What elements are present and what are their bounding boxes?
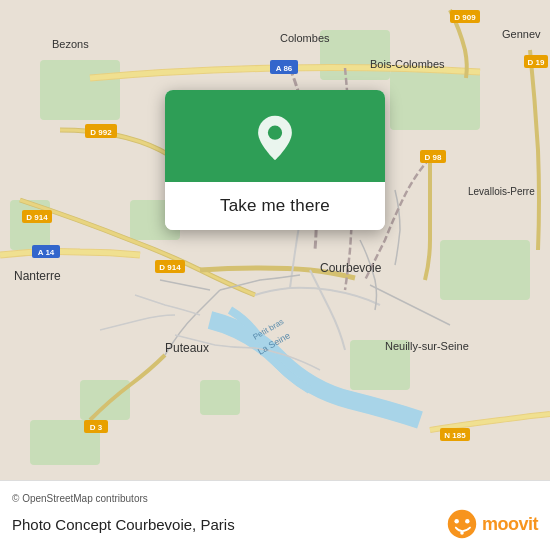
svg-text:Courbevoie: Courbevoie xyxy=(320,261,382,275)
popup-card: Take me there xyxy=(165,90,385,230)
svg-text:Neuilly-sur-Seine: Neuilly-sur-Seine xyxy=(385,340,469,352)
svg-text:A 14: A 14 xyxy=(38,248,55,257)
bottom-bar: © OpenStreetMap contributors Photo Conce… xyxy=(0,480,550,550)
svg-text:Levallois-Perre: Levallois-Perre xyxy=(468,186,535,197)
svg-rect-9 xyxy=(80,380,130,420)
popup-green-area xyxy=(165,90,385,182)
moovit-icon xyxy=(446,508,478,540)
svg-text:Puteaux: Puteaux xyxy=(165,341,209,355)
svg-text:Bezons: Bezons xyxy=(52,38,89,50)
svg-text:Colombes: Colombes xyxy=(280,32,330,44)
svg-text:Nanterre: Nanterre xyxy=(14,269,61,283)
svg-text:D 992: D 992 xyxy=(90,128,112,137)
svg-rect-6 xyxy=(440,240,530,300)
svg-text:D 914: D 914 xyxy=(159,263,181,272)
svg-point-46 xyxy=(460,531,464,535)
svg-text:D 19: D 19 xyxy=(528,58,545,67)
moovit-text: moovit xyxy=(482,514,538,535)
svg-rect-1 xyxy=(40,60,120,120)
svg-rect-3 xyxy=(390,70,480,130)
bottom-row: Photo Concept Courbevoie, Paris moovit xyxy=(12,508,538,540)
map-container: A 86 D 992 D 914 A 14 D 914 D 3 D 909 D … xyxy=(0,0,550,480)
location-label: Photo Concept Courbevoie, Paris xyxy=(12,516,235,533)
copyright-text: © OpenStreetMap contributors xyxy=(12,493,538,504)
svg-text:Gennev: Gennev xyxy=(502,28,541,40)
svg-rect-2 xyxy=(320,30,390,80)
moovit-logo: moovit xyxy=(446,508,538,540)
take-me-there-button[interactable]: Take me there xyxy=(165,182,385,230)
svg-point-44 xyxy=(454,519,458,523)
map-svg: A 86 D 992 D 914 A 14 D 914 D 3 D 909 D … xyxy=(0,0,550,480)
svg-point-45 xyxy=(465,519,469,523)
svg-text:N 185: N 185 xyxy=(444,431,466,440)
svg-text:D 3: D 3 xyxy=(90,423,103,432)
svg-text:Bois-Colombes: Bois-Colombes xyxy=(370,58,445,70)
svg-text:A 86: A 86 xyxy=(276,64,293,73)
svg-text:D 909: D 909 xyxy=(454,13,476,22)
svg-text:D 914: D 914 xyxy=(26,213,48,222)
svg-point-42 xyxy=(268,126,282,140)
location-pin-icon xyxy=(251,114,299,162)
svg-rect-8 xyxy=(200,380,240,415)
svg-text:D 98: D 98 xyxy=(425,153,442,162)
